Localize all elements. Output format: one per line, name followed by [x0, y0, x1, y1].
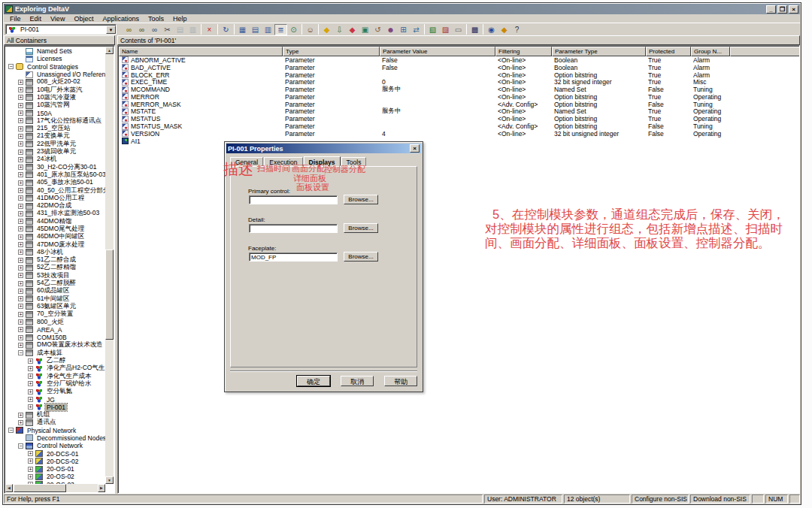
- expand-icon[interactable]: +: [18, 296, 23, 301]
- expand-icon[interactable]: +: [18, 289, 23, 294]
- scroll-left-icon[interactable]: ◀: [5, 484, 13, 492]
- expand-icon[interactable]: +: [18, 413, 23, 418]
- menu-help[interactable]: Help: [168, 15, 192, 23]
- scroll-up-icon[interactable]: ▲: [105, 47, 114, 54]
- expand-icon[interactable]: +: [18, 110, 23, 116]
- browse-button[interactable]: Browse...: [344, 252, 378, 262]
- transfer-button[interactable]: ⇄: [410, 24, 423, 35]
- refresh-button[interactable]: ↻: [220, 24, 232, 35]
- table-row[interactable]: MSTATEParameter服务中<On-line>Named SetTrue…: [119, 108, 798, 116]
- table-row[interactable]: MSTATUS_MASKParameter<Adv. Config>Option…: [119, 122, 798, 130]
- expand-icon[interactable]: +: [18, 273, 23, 278]
- view-small-icons-button[interactable]: ▤: [249, 24, 262, 35]
- menu-view[interactable]: View: [46, 15, 69, 23]
- copy-button[interactable]: ▤: [174, 24, 186, 35]
- view-list-button[interactable]: ▥: [262, 24, 274, 35]
- tree-item[interactable]: Decommissioned Nodes: [6, 434, 105, 442]
- paste-button[interactable]: ▥: [186, 24, 199, 35]
- expand-icon[interactable]: +: [18, 188, 23, 193]
- explore-find-button[interactable]: ∞: [148, 24, 161, 35]
- deltav-books-button[interactable]: ◆: [498, 24, 511, 35]
- security-user-button[interactable]: ☻: [384, 24, 397, 35]
- diagnostics-button[interactable]: ▨: [439, 24, 452, 35]
- column-header-parameter-value[interactable]: Parameter Value: [380, 47, 495, 56]
- delete-button[interactable]: ×: [203, 24, 216, 35]
- menu-object[interactable]: Object: [69, 15, 98, 23]
- help-button[interactable]: 帮助: [384, 376, 417, 386]
- expand-icon[interactable]: +: [18, 327, 23, 332]
- table-row[interactable]: VERSIONParameter4<On-line>32 bit unsigne…: [119, 130, 798, 138]
- tree-item[interactable]: +20-DCS-02: [6, 458, 105, 465]
- collapse-icon[interactable]: −: [8, 64, 14, 69]
- expand-icon[interactable]: +: [18, 103, 23, 108]
- expand-icon[interactable]: +: [18, 265, 23, 271]
- download-node-button[interactable]: ⇩: [333, 24, 346, 35]
- expand-icon[interactable]: +: [28, 389, 33, 395]
- restore-button[interactable]: ❒: [777, 5, 787, 14]
- tree-item[interactable]: +PI-001: [6, 404, 105, 411]
- minimize-button[interactable]: _: [766, 5, 776, 14]
- tree-item[interactable]: +AREA_A: [6, 326, 105, 334]
- close-button[interactable]: ×: [789, 5, 798, 14]
- alarm-configure-button[interactable]: ◆: [320, 24, 333, 35]
- tree-vertical-scrollbar[interactable]: ▲ ▼: [105, 47, 114, 484]
- table-row[interactable]: MERRORParameter<On-line>Option bitstring…: [119, 93, 798, 101]
- scroll-down-icon[interactable]: ▼: [105, 476, 114, 484]
- history-collection-button[interactable]: ↺: [371, 24, 384, 35]
- expand-icon[interactable]: +: [18, 335, 23, 340]
- tree-item[interactable]: Named Sets: [6, 47, 105, 55]
- tree-item[interactable]: +JG: [6, 395, 105, 403]
- tree-item[interactable]: +20-DCS-01: [6, 449, 105, 457]
- explore-modules-button[interactable]: ∞: [135, 24, 148, 35]
- browse-button[interactable]: Browse...: [344, 195, 378, 204]
- expand-icon[interactable]: +: [28, 373, 33, 379]
- expand-icon[interactable]: +: [18, 319, 23, 325]
- view-details-button[interactable]: ≣: [274, 24, 287, 35]
- expand-icon[interactable]: +: [18, 157, 23, 162]
- tree-item[interactable]: +10蒸汽管网: [6, 101, 105, 109]
- tree-item[interactable]: +20-OS-01: [6, 465, 105, 473]
- whats-this-help-button[interactable]: ?: [511, 24, 523, 35]
- expand-icon[interactable]: +: [28, 397, 33, 402]
- tree-item[interactable]: Licenses: [6, 55, 105, 62]
- expand-icon[interactable]: +: [18, 312, 23, 317]
- expand-icon[interactable]: +: [28, 451, 33, 456]
- expand-icon[interactable]: +: [18, 165, 23, 170]
- expand-icon[interactable]: +: [18, 180, 23, 186]
- cancel-button[interactable]: 取消: [341, 376, 374, 386]
- expand-icon[interactable]: +: [18, 95, 23, 100]
- process-history-view-button[interactable]: ▧: [426, 24, 439, 35]
- expand-icon[interactable]: +: [18, 234, 23, 240]
- view-large-icons-button[interactable]: ▦: [236, 24, 249, 35]
- column-header-type[interactable]: Type: [283, 47, 380, 56]
- table-row[interactable]: AI1: [119, 138, 798, 145]
- expand-icon[interactable]: +: [28, 474, 33, 479]
- tree-item[interactable]: −Control Strategies: [6, 63, 105, 71]
- scroll-right-icon[interactable]: ▶: [98, 484, 105, 492]
- print-button[interactable]: ▭: [452, 24, 465, 35]
- faceplate-input[interactable]: MOD_FP: [249, 252, 338, 262]
- expand-icon[interactable]: +: [18, 304, 23, 309]
- detail-input[interactable]: [249, 224, 338, 233]
- expand-icon[interactable]: +: [18, 258, 23, 263]
- tree-horizontal-scrollbar[interactable]: ◀ ▶: [5, 484, 105, 492]
- menu-edit[interactable]: Edit: [26, 15, 47, 23]
- scrollbar-thumb[interactable]: [105, 249, 114, 340]
- cut-button[interactable]: ✂: [161, 24, 174, 35]
- column-header-protected[interactable]: Protected: [646, 47, 691, 56]
- expand-icon[interactable]: +: [28, 467, 33, 472]
- expand-icon[interactable]: +: [18, 195, 23, 201]
- object-combobox[interactable]: PI-001 ▼: [5, 24, 117, 35]
- column-header-parameter-type[interactable]: Parameter Type: [552, 47, 646, 56]
- view-filter-button[interactable]: ⊙: [287, 24, 300, 35]
- expand-icon[interactable]: +: [18, 281, 23, 286]
- scrollbar-thumb[interactable]: [14, 484, 66, 492]
- tree-item[interactable]: +800_火炬: [6, 318, 105, 325]
- ok-button[interactable]: 确定: [297, 376, 330, 386]
- column-header-filtering[interactable]: Filtering: [495, 47, 552, 56]
- tree-item[interactable]: +通讯点: [6, 419, 105, 426]
- tree-item[interactable]: −Physical Network: [6, 427, 105, 434]
- expand-icon[interactable]: +: [18, 150, 23, 155]
- collapse-icon[interactable]: −: [18, 443, 23, 449]
- menu-tools[interactable]: Tools: [144, 15, 168, 23]
